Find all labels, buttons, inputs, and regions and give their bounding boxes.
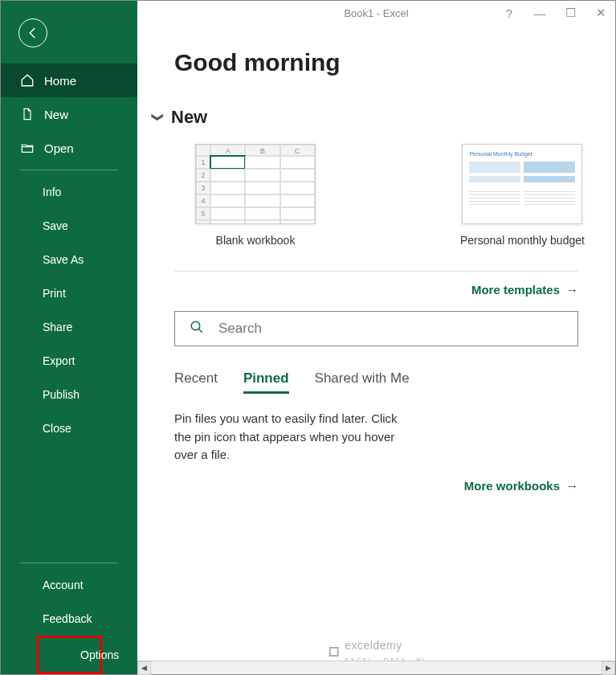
more-workbooks-link[interactable]: More workbooks →: [137, 479, 578, 493]
nav-save[interactable]: Save: [1, 209, 137, 243]
maximize-button[interactable]: ☐: [561, 6, 580, 20]
document-icon: [20, 107, 35, 121]
tab-shared[interactable]: Shared with Me: [315, 370, 410, 394]
divider: [174, 271, 578, 272]
template-label: Personal monthly budget: [460, 234, 585, 247]
svg-line-6: [198, 329, 202, 333]
divider: [20, 562, 118, 563]
greeting-heading: Good morning: [174, 49, 615, 76]
chevron-down-icon: ❯: [152, 112, 165, 122]
pinned-empty-message: Pin files you want to easily find later.…: [174, 410, 415, 464]
nav-label: Home: [44, 74, 76, 88]
folder-open-icon: [20, 141, 35, 155]
search-input[interactable]: [218, 321, 563, 337]
nav-options[interactable]: Options: [36, 636, 102, 674]
window-title: Book1 - Excel: [344, 7, 408, 19]
template-blank-workbook[interactable]: ABC 1 2 3 4 5 6 Blank workbook: [195, 144, 316, 247]
nav-open[interactable]: Open: [1, 131, 137, 165]
nav-home[interactable]: Home: [1, 63, 137, 97]
search-box[interactable]: [174, 311, 578, 346]
back-button[interactable]: [18, 18, 47, 47]
nav-label: Open: [44, 141, 74, 155]
nav-saveas[interactable]: Save As: [1, 243, 137, 276]
svg-point-5: [191, 321, 200, 330]
scroll-right-button[interactable]: ▶: [602, 661, 615, 675]
template-thumb: Personal Monthly Budget: [462, 144, 582, 224]
nav-info[interactable]: Info: [1, 175, 137, 209]
nav-feedback[interactable]: Feedback: [1, 602, 137, 636]
arrow-right-icon: →: [566, 479, 578, 493]
nav-publish[interactable]: Publish: [1, 378, 137, 411]
tab-recent[interactable]: Recent: [174, 370, 218, 394]
nav-export[interactable]: Export: [1, 344, 137, 378]
template-label: Blank workbook: [216, 234, 296, 247]
more-templates-link[interactable]: More templates →: [137, 283, 578, 297]
close-button[interactable]: ✕: [591, 6, 610, 20]
nav-new[interactable]: New: [1, 97, 137, 131]
section-title: New: [171, 107, 207, 128]
template-personal-budget[interactable]: Personal Monthly Budget Personal monthly…: [460, 144, 585, 247]
nav-share[interactable]: Share: [1, 310, 137, 344]
file-tabs: Recent Pinned Shared with Me: [174, 370, 615, 394]
new-section-header[interactable]: ❯ New: [153, 107, 615, 128]
arrow-right-icon: →: [566, 283, 578, 297]
nav-close[interactable]: Close: [1, 411, 137, 445]
search-icon: [190, 320, 204, 338]
horizontal-scrollbar[interactable]: ◀ ▶: [137, 661, 615, 674]
nav-print[interactable]: Print: [1, 276, 137, 310]
template-thumb: ABC 1 2 3 4 5 6: [195, 144, 316, 224]
file-menu-sidebar: Home New Open Info Save Save As Print Sh…: [1, 1, 137, 674]
nav-label: New: [44, 108, 68, 121]
home-icon: [20, 73, 35, 88]
tab-pinned[interactable]: Pinned: [243, 370, 289, 394]
main-content: Book1 - Excel ? — ☐ ✕ Good morning ❯ New…: [137, 1, 615, 674]
nav-account[interactable]: Account: [1, 568, 137, 602]
divider: [20, 170, 118, 170]
titlebar: Book1 - Excel ? — ☐ ✕: [137, 1, 615, 25]
help-button[interactable]: ?: [500, 6, 519, 20]
minimize-button[interactable]: —: [530, 6, 549, 20]
scroll-left-button[interactable]: ◀: [137, 661, 151, 675]
